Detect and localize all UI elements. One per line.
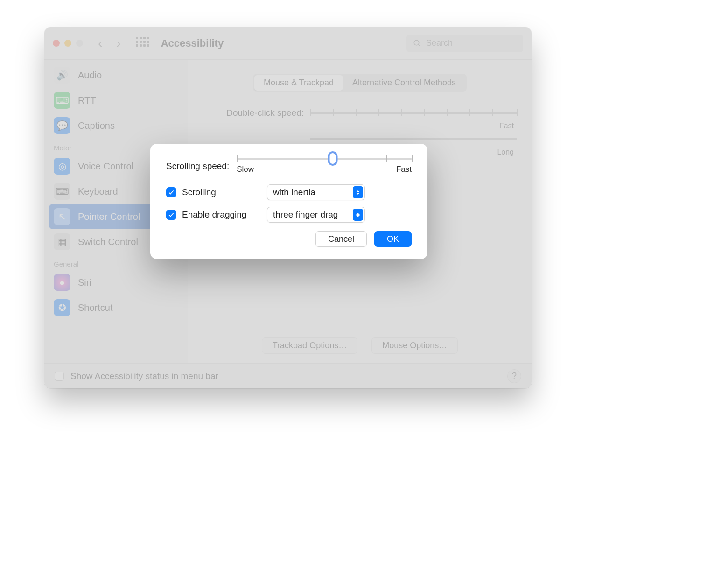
zoom-window-button[interactable] xyxy=(76,40,83,47)
scrolling-speed-thumb[interactable] xyxy=(328,151,338,166)
search-icon xyxy=(413,39,421,48)
siri-icon: ● xyxy=(54,274,70,291)
help-button[interactable]: ? xyxy=(507,369,521,383)
svg-point-0 xyxy=(414,40,419,45)
double-click-speed-slider[interactable] xyxy=(310,111,517,115)
sidebar-item-audio[interactable]: 🔊 Audio xyxy=(49,63,183,88)
sidebar-item-label: Switch Control xyxy=(78,237,138,247)
tab-bar: Mouse & Trackpad Alternative Control Met… xyxy=(203,74,517,92)
cancel-button[interactable]: Cancel xyxy=(315,231,367,247)
footer: Show Accessibility status in menu bar ? xyxy=(44,363,532,388)
sidebar-item-captions[interactable]: 💬 Captions xyxy=(49,113,183,138)
check-icon xyxy=(168,211,175,218)
trackpad-options-button[interactable]: Trackpad Options… xyxy=(262,337,357,354)
window-title: Accessibility xyxy=(161,37,224,49)
window-controls xyxy=(53,40,83,47)
toolbar: ‹ › Accessibility Search xyxy=(44,27,532,60)
sidebar-item-siri[interactable]: ● Siri xyxy=(49,270,183,295)
search-field[interactable]: Search xyxy=(406,35,523,52)
svg-line-1 xyxy=(418,44,420,46)
ok-button[interactable]: OK xyxy=(374,231,412,247)
pointer-icon: ↖ xyxy=(54,208,70,225)
forward-button[interactable]: › xyxy=(112,36,124,51)
rtt-icon: ⌨ xyxy=(54,92,70,109)
show-status-label: Show Accessibility status in menu bar xyxy=(70,371,218,381)
spring-loading-row: Long xyxy=(203,137,517,141)
scrolling-speed-slider[interactable]: Slow Fast xyxy=(237,158,412,174)
show-all-icon[interactable] xyxy=(136,37,149,50)
sidebar-item-shortcut[interactable]: ✪ Shortcut xyxy=(49,295,183,320)
dragging-mode-value: three finger drag xyxy=(273,210,338,220)
tab-alt-methods[interactable]: Alternative Control Methods xyxy=(343,75,465,91)
voice-control-icon: ◎ xyxy=(54,158,70,175)
audio-icon: 🔊 xyxy=(54,67,70,84)
slider-slow-label: Slow xyxy=(237,165,254,174)
minimize-window-button[interactable] xyxy=(64,40,71,47)
slider-fast-label: Fast xyxy=(396,165,412,174)
scrolling-speed-label: Scrolling speed: xyxy=(166,161,229,171)
trackpad-options-sheet: Scrolling speed: Slow Fast Scrolling xyxy=(150,144,427,259)
sidebar-item-label: Pointer Control xyxy=(78,211,140,222)
double-click-fast-label: Fast xyxy=(499,122,514,130)
mouse-options-button[interactable]: Mouse Options… xyxy=(371,337,458,354)
scrolling-mode-value: with inertia xyxy=(273,187,315,197)
shortcut-icon: ✪ xyxy=(54,299,70,316)
keyboard-icon: ⌨ xyxy=(54,183,70,200)
sidebar-item-rtt[interactable]: ⌨ RTT xyxy=(49,88,183,113)
back-button[interactable]: ‹ xyxy=(94,36,106,51)
captions-icon: 💬 xyxy=(54,117,70,134)
show-status-checkbox[interactable] xyxy=(55,372,64,381)
sidebar-item-label: Siri xyxy=(78,277,91,288)
scrolling-mode-select[interactable]: with inertia xyxy=(267,184,365,200)
switch-control-icon: ▦ xyxy=(54,233,70,250)
sidebar-item-label: RTT xyxy=(78,95,96,106)
scrolling-checkbox[interactable] xyxy=(166,187,176,197)
sidebar-item-label: Keyboard xyxy=(78,186,118,197)
double-click-speed-row: Double-click speed: Fast xyxy=(203,108,517,118)
select-caret-icon xyxy=(353,209,363,221)
sidebar-item-label: Captions xyxy=(78,120,115,131)
sidebar-item-label: Shortcut xyxy=(78,302,112,313)
search-placeholder: Search xyxy=(426,38,453,48)
sidebar-item-label: Voice Control xyxy=(78,161,133,172)
dragging-mode-select[interactable]: three finger drag xyxy=(267,207,365,223)
double-click-speed-label: Double-click speed: xyxy=(203,108,310,118)
spring-long-label: Long xyxy=(497,148,514,156)
enable-dragging-label: Enable dragging xyxy=(182,210,261,220)
sidebar-item-label: Audio xyxy=(78,70,102,81)
close-window-button[interactable] xyxy=(53,40,60,47)
select-caret-icon xyxy=(353,186,363,198)
enable-dragging-checkbox[interactable] xyxy=(166,210,176,220)
scrolling-checkbox-label: Scrolling xyxy=(182,187,261,197)
tab-mouse-trackpad[interactable]: Mouse & Trackpad xyxy=(254,75,343,91)
check-icon xyxy=(168,189,175,196)
spring-loading-slider[interactable] xyxy=(310,137,517,141)
